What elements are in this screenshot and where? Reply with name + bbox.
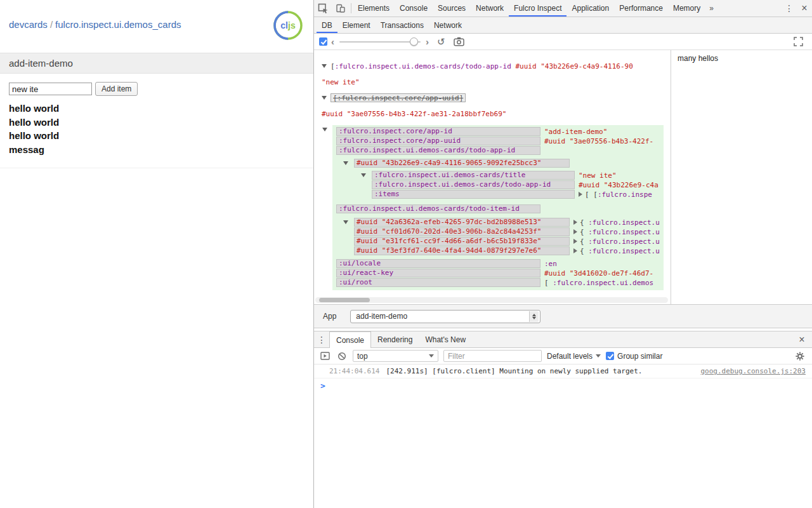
group-similar-toggle[interactable]: Group similar [606,352,662,361]
tree-key-cell[interactable]: :ui/react-key [336,269,540,277]
log-levels-dropdown[interactable]: Default levels [547,352,601,361]
tree-key-cell[interactable]: :fulcro.inspect.core/app-id [336,127,540,136]
sub-tab-transactions[interactable]: Transactions [376,17,429,33]
tree-table-row[interactable]: :ui/root[ :fulcro.inspect.ui.demos [332,278,664,287]
console-sidebar-icon[interactable] [319,352,331,360]
app-select[interactable]: add-item-demo [350,310,540,323]
tree-key-cell[interactable]: :fulcro.inspect.ui.demos-cards/todo-app-… [336,146,540,155]
todo-list: hello worldhello worldhello worldmessag [9,102,304,156]
main-tab-elements[interactable]: Elements [353,0,395,17]
console-filter-input[interactable] [443,350,542,362]
devtools-menu-icon[interactable]: ⋮ [782,0,797,17]
scrollbar-thumb[interactable] [319,298,370,302]
tree-table-row[interactable]: #uuid "42a6362a-efeb-4265-97dc-bd2b8988e… [332,218,664,227]
drawer-tab-rendering[interactable]: Rendering [371,331,419,347]
horizontal-scrollbar[interactable] [315,297,668,303]
tree-table-row[interactable]: :fulcro.inspect.ui.demos-cards/title"new… [332,171,664,180]
tree-key-cell[interactable]: :fulcro.inspect.ui.demos-cards/todo-app-… [372,180,575,189]
collapsed-disclosure-icon[interactable] [573,239,577,244]
tree-value-cell: [ [:fulcro.inspe [579,190,652,199]
sub-tab-network[interactable]: Network [429,17,467,33]
history-slider[interactable] [339,37,421,46]
tree-text: :ui/react-key [339,269,393,277]
context-value: top [357,352,368,361]
tree-text: :fulcro.inspect.u [588,228,660,236]
main-tab-console[interactable]: Console [395,0,433,17]
tree-key-cell[interactable]: #uuid "42a6362a-efeb-4265-97dc-bd2b8988e… [354,218,570,227]
tree-table-row[interactable]: :fulcro.inspect.ui.demos-cards/todo-app-… [332,146,664,155]
clear-console-icon[interactable] [336,352,348,361]
tree-key-cell[interactable]: :ui/locale [336,259,540,268]
main-tab-fulcro-inspect[interactable]: Fulcro Inspect [509,0,566,17]
collapsed-disclosure-icon[interactable] [573,229,577,234]
add-item-button[interactable]: Add item [95,82,138,96]
disclosure-icon[interactable] [322,64,327,68]
collapsed-disclosure-icon[interactable] [573,220,577,225]
inspect-element-icon[interactable] [314,0,332,17]
fulcro-sub-tabbar: DBElementTransactionsNetwork [314,17,812,34]
device-toolbar-icon[interactable] [332,0,350,17]
tree-value-cell: [ :fulcro.inspect.ui.demos [544,279,653,287]
context-selector[interactable]: top [353,350,438,362]
disclosure-icon[interactable] [361,173,366,177]
tree-table-row[interactable]: #uuid "f3ef3fd7-640e-4fa4-94d4-0879f297e… [332,246,664,255]
breadcrumb-root-link[interactable]: devcards [9,19,48,30]
tree-table-row[interactable]: :fulcro.inspect.core/app-uuid#uuid "3ae0… [332,137,664,145]
tree-key-cell[interactable]: #uuid "43b226e9-c4a9-4116-9065-9092fe25b… [354,159,570,168]
group-similar-checkbox[interactable] [606,352,614,360]
disclosure-icon[interactable] [343,161,348,165]
tree-table-row[interactable]: :ui/react-key#uuid "3d416020-de7f-46d7- [332,269,664,277]
main-tab-performance[interactable]: Performance [614,0,668,17]
devtools-close-icon[interactable]: × [797,0,812,17]
collapsed-disclosure-icon[interactable] [573,248,577,253]
collapsed-disclosure-icon[interactable] [579,192,582,197]
breadcrumb-current-link[interactable]: fulcro.inspect.ui.demos_cards [55,19,181,30]
main-tab-application[interactable]: Application [566,0,614,17]
tree-table-row[interactable]: #uuid "43b226e9-c4a9-4116-9065-9092fe25b… [332,159,664,168]
disclosure-icon[interactable] [322,96,327,100]
tree-key-cell[interactable]: :items [372,190,575,199]
tree-key-cell[interactable]: #uuid "e31fcf61-cc9f-4d66-a6df-b6c5b19f8… [354,237,570,246]
drawer-tab-console[interactable]: Console [329,331,371,348]
sub-tab-element[interactable]: Element [337,17,376,33]
fit-view-icon[interactable] [790,37,807,46]
drawer-close-icon[interactable]: × [794,331,809,347]
more-tabs-button[interactable]: » [705,0,717,17]
history-back-icon[interactable]: ‹ [327,37,338,46]
tree-key-cell[interactable]: #uuid "cf01d670-202d-40e3-906b-8a2c84a42… [354,227,570,236]
sub-tab-db[interactable]: DB [317,17,337,33]
tree-text: { [580,247,588,255]
new-item-input[interactable] [9,83,92,95]
main-tab-memory[interactable]: Memory [668,0,705,17]
tree-table-row[interactable]: :fulcro.inspect.ui.demos-cards/todo-app-… [332,180,664,189]
console-log-entry: 21:44:04.614 [242.911s] [fulcro.client] … [314,364,812,378]
tree-key-cell[interactable]: #uuid "f3ef3fd7-640e-4fa4-94d4-0879f297e… [354,246,570,255]
main-tab-network[interactable]: Network [471,0,509,17]
watch-checkbox[interactable] [319,37,327,46]
console-settings-icon[interactable] [796,352,807,361]
replay-icon[interactable]: ↺ [433,36,450,48]
tree-table-row[interactable]: :items[ [:fulcro.inspe [332,190,664,199]
tree-table-row[interactable]: :ui/locale:en [332,259,664,268]
disclosure-icon[interactable] [343,220,348,224]
console-empty-area[interactable] [314,392,812,508]
main-tab-sources[interactable]: Sources [433,0,471,17]
console-prompt[interactable]: > [314,378,812,392]
tree-key-cell[interactable]: :fulcro.inspect.ui.demos-cards/title [372,171,575,180]
history-forward-icon[interactable]: › [422,37,433,46]
snapshot-camera-icon[interactable] [450,37,468,46]
drawer-tab-what-s-new[interactable]: What's New [419,331,472,347]
tree-root-disclosure-icon[interactable] [322,128,327,131]
tree-key-cell[interactable]: :ui/root [336,278,540,287]
log-source-link[interactable]: goog.debug.console.js:203 [700,367,806,375]
tree-key-cell[interactable]: :fulcro.inspect.ui.demos-cards/todo-item… [336,204,540,213]
tree-table-row[interactable]: :fulcro.inspect.core/app-id"add-item-dem… [332,127,664,136]
log-message: [242.911s] [fulcro.client] Mounting on n… [386,367,693,375]
drawer-menu-icon[interactable]: ⋮ [314,331,329,347]
tree-key-cell[interactable]: :fulcro.inspect.core/app-uuid [336,137,540,145]
slider-thumb[interactable] [410,37,418,46]
app-selector-label: App [323,312,336,321]
tree-table-row[interactable]: :fulcro.inspect.ui.demos-cards/todo-item… [332,204,664,213]
tree-table-row[interactable]: #uuid "cf01d670-202d-40e3-906b-8a2c84a42… [332,227,664,236]
tree-table-row[interactable]: #uuid "e31fcf61-cc9f-4d66-a6df-b6c5b19f8… [332,237,664,246]
